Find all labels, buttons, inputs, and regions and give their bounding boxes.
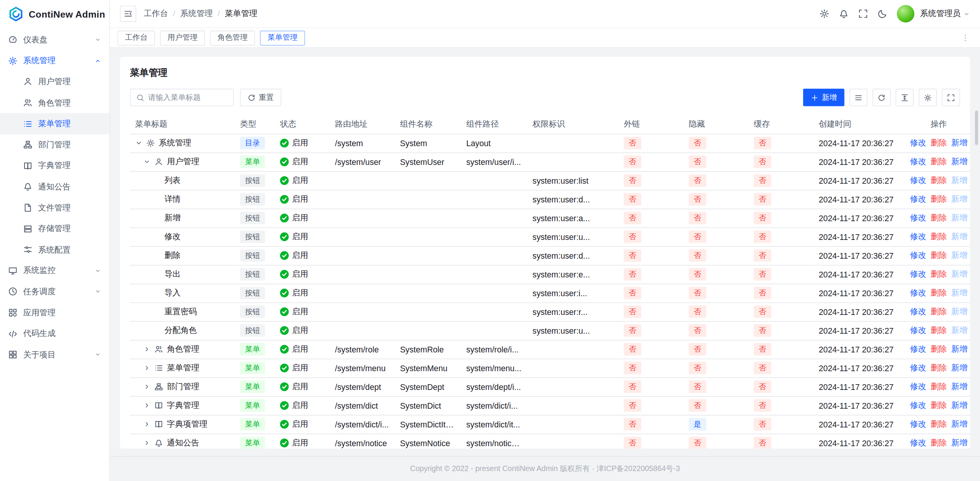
edit-link[interactable]: 修改 bbox=[910, 325, 926, 336]
settings-icon[interactable] bbox=[819, 9, 829, 19]
add-link[interactable]: 新增 bbox=[951, 137, 967, 148]
scrollbar-thumb[interactable] bbox=[975, 111, 978, 145]
delete-link[interactable]: 删除 bbox=[931, 344, 947, 355]
delete-link[interactable]: 删除 bbox=[931, 381, 947, 392]
edit-link[interactable]: 修改 bbox=[910, 306, 926, 317]
delete-link[interactable]: 删除 bbox=[931, 175, 947, 186]
add-link[interactable]: 新增 bbox=[951, 231, 967, 242]
breadcrumb-item[interactable]: 菜单管理 bbox=[225, 8, 257, 19]
delete-link[interactable]: 删除 bbox=[931, 212, 947, 223]
sidebar-item-dept-mgmt[interactable]: 部门管理 bbox=[0, 134, 109, 155]
delete-link[interactable]: 删除 bbox=[931, 306, 947, 317]
add-link[interactable]: 新增 bbox=[951, 344, 967, 355]
add-link[interactable]: 新增 bbox=[951, 212, 967, 223]
sidebar-item-user-mgmt[interactable]: 用户管理 bbox=[0, 71, 109, 92]
edit-link[interactable]: 修改 bbox=[910, 156, 926, 167]
edit-link[interactable]: 修改 bbox=[910, 175, 926, 186]
edit-link[interactable]: 修改 bbox=[910, 269, 926, 280]
sidebar-item-app-mgmt[interactable]: 应用管理 bbox=[0, 302, 109, 323]
sidebar-item-dict-mgmt[interactable]: 字典管理 bbox=[0, 155, 109, 176]
breadcrumb-item[interactable]: 工作台 bbox=[144, 8, 168, 19]
edit-link[interactable]: 修改 bbox=[910, 250, 926, 261]
add-link[interactable]: 新增 bbox=[951, 194, 967, 205]
search-input[interactable] bbox=[148, 93, 227, 102]
sidebar-item-about[interactable]: 关于项目 bbox=[0, 344, 109, 365]
edit-link[interactable]: 修改 bbox=[910, 231, 926, 242]
sidebar-item-menu-mgmt[interactable]: 菜单管理 bbox=[0, 113, 109, 134]
column-settings-button[interactable] bbox=[919, 89, 937, 106]
edit-link[interactable]: 修改 bbox=[910, 419, 926, 430]
edit-link[interactable]: 修改 bbox=[910, 381, 926, 392]
tab-more-button[interactable] bbox=[957, 30, 972, 45]
delete-link[interactable]: 删除 bbox=[931, 437, 947, 448]
edit-link[interactable]: 修改 bbox=[910, 344, 926, 355]
add-link[interactable]: 新增 bbox=[951, 325, 967, 336]
delete-link[interactable]: 删除 bbox=[931, 287, 947, 298]
tab-menu-mgmt[interactable]: 菜单管理 bbox=[260, 30, 305, 45]
dark-mode-icon[interactable] bbox=[877, 9, 887, 19]
tab-workbench[interactable]: 工作台 bbox=[118, 30, 155, 45]
sidebar-item-system-monitor[interactable]: 系统监控 bbox=[0, 260, 109, 281]
sidebar-item-notice[interactable]: 通知公告 bbox=[0, 176, 109, 197]
notifications-icon[interactable] bbox=[839, 9, 849, 19]
expand-toggle-icon[interactable] bbox=[143, 421, 151, 428]
breadcrumb-item[interactable]: 系统管理 bbox=[180, 8, 213, 19]
sidebar-item-job-scheduler[interactable]: 任务调度 bbox=[0, 281, 109, 302]
delete-link[interactable]: 删除 bbox=[931, 269, 947, 280]
delete-link[interactable]: 删除 bbox=[931, 325, 947, 336]
row-height-button[interactable] bbox=[896, 89, 914, 106]
delete-link[interactable]: 删除 bbox=[931, 137, 947, 148]
sidebar-item-storage-mgmt[interactable]: 存储管理 bbox=[0, 218, 109, 239]
reset-button[interactable]: 重置 bbox=[240, 89, 281, 106]
tab-user-mgmt[interactable]: 用户管理 bbox=[160, 30, 205, 45]
expand-toggle-icon[interactable] bbox=[143, 364, 151, 372]
delete-link[interactable]: 删除 bbox=[931, 400, 947, 411]
add-link[interactable]: 新增 bbox=[951, 250, 967, 261]
expand-toggle-icon[interactable] bbox=[143, 402, 151, 409]
expand-toggle-icon[interactable] bbox=[143, 383, 151, 391]
add-link[interactable]: 新增 bbox=[951, 269, 967, 280]
sidebar-item-file-mgmt[interactable]: 文件管理 bbox=[0, 197, 109, 218]
edit-link[interactable]: 修改 bbox=[910, 194, 926, 205]
delete-link[interactable]: 删除 bbox=[931, 156, 947, 167]
add-button[interactable]: 新增 bbox=[803, 89, 844, 106]
edit-link[interactable]: 修改 bbox=[910, 212, 926, 223]
sidebar-collapse-button[interactable] bbox=[120, 6, 136, 22]
edit-link[interactable]: 修改 bbox=[910, 287, 926, 298]
add-link[interactable]: 新增 bbox=[951, 362, 967, 373]
sidebar-item-system-mgmt[interactable]: 系统管理 bbox=[0, 51, 109, 72]
fullscreen-icon[interactable] bbox=[858, 9, 868, 19]
avatar[interactable] bbox=[897, 5, 915, 23]
delete-link[interactable]: 删除 bbox=[931, 231, 947, 242]
edit-link[interactable]: 修改 bbox=[910, 137, 926, 148]
edit-link[interactable]: 修改 bbox=[910, 437, 926, 448]
add-link[interactable]: 新增 bbox=[951, 381, 967, 392]
sidebar-item-dashboard[interactable]: 仪表盘 bbox=[0, 29, 109, 51]
sidebar-item-role-mgmt[interactable]: 角色管理 bbox=[0, 92, 109, 113]
add-link[interactable]: 新增 bbox=[951, 156, 967, 167]
tab-role-mgmt[interactable]: 角色管理 bbox=[210, 30, 255, 45]
table-refresh-button[interactable] bbox=[872, 89, 890, 106]
edit-link[interactable]: 修改 bbox=[910, 362, 926, 373]
sidebar-item-code-gen[interactable]: 代码生成 bbox=[0, 323, 109, 344]
sidebar-item-system-config[interactable]: 系统配置 bbox=[0, 239, 109, 260]
delete-link[interactable]: 删除 bbox=[931, 362, 947, 373]
user-menu[interactable]: 系统管理员 bbox=[920, 8, 970, 19]
delete-link[interactable]: 删除 bbox=[931, 250, 947, 261]
expand-toggle-icon[interactable] bbox=[135, 139, 143, 147]
add-link[interactable]: 新增 bbox=[951, 287, 967, 298]
delete-link[interactable]: 删除 bbox=[931, 194, 947, 205]
add-link[interactable]: 新增 bbox=[951, 400, 967, 411]
add-link[interactable]: 新增 bbox=[951, 175, 967, 186]
expand-toggle-icon[interactable] bbox=[143, 158, 151, 166]
app-logo[interactable]: ContiNew Admin bbox=[0, 0, 109, 28]
expand-toggle-icon[interactable] bbox=[143, 439, 151, 447]
add-link[interactable]: 新增 bbox=[951, 437, 967, 448]
edit-link[interactable]: 修改 bbox=[910, 400, 926, 411]
table-fullscreen-button[interactable] bbox=[942, 89, 960, 106]
delete-link[interactable]: 删除 bbox=[931, 419, 947, 430]
expand-toggle-icon[interactable] bbox=[143, 346, 151, 353]
add-link[interactable]: 新增 bbox=[951, 306, 967, 317]
density-button[interactable] bbox=[849, 89, 867, 106]
add-link[interactable]: 新增 bbox=[951, 419, 967, 430]
